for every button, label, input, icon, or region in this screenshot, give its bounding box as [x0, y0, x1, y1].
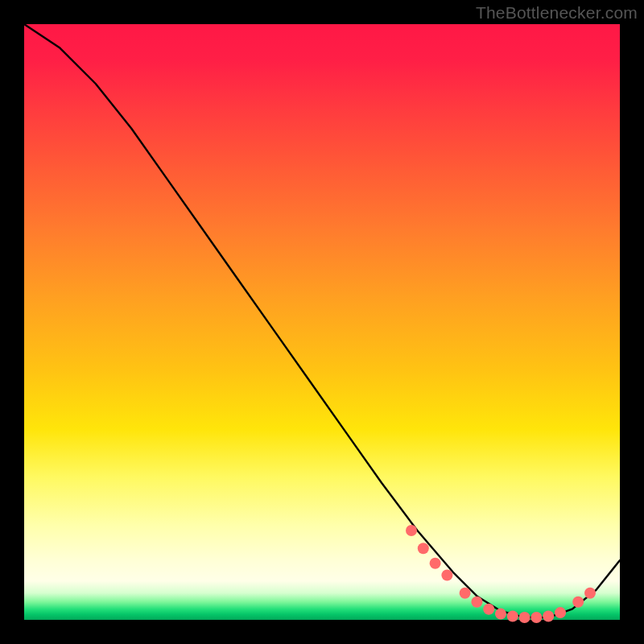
curve-marker — [543, 611, 554, 622]
curve-marker — [471, 597, 482, 608]
curve-marker — [519, 612, 530, 623]
curve-marker — [418, 543, 429, 554]
chart-frame: TheBottlenecker.com — [0, 0, 644, 644]
curve-marker — [572, 597, 584, 608]
curve-marker — [460, 588, 471, 599]
curve-marker — [495, 609, 506, 620]
curve-marker — [507, 611, 518, 622]
chart-svg — [24, 24, 620, 620]
curve-marker — [584, 588, 596, 599]
bottleneck-curve — [24, 24, 620, 617]
curve-marker — [530, 612, 542, 623]
curve-markers — [406, 525, 596, 623]
curve-marker — [406, 525, 417, 536]
chart-plot-area — [24, 24, 620, 620]
curve-marker — [555, 607, 566, 618]
curve-marker — [441, 570, 452, 581]
curve-marker — [430, 558, 441, 569]
source-credit: TheBottlenecker.com — [476, 3, 638, 23]
curve-marker — [483, 604, 494, 615]
